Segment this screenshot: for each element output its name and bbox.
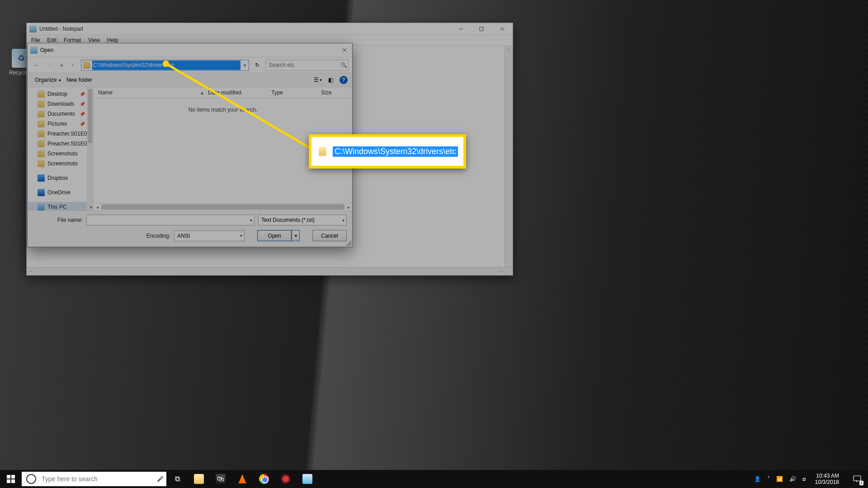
action-center-button[interactable]: 4 <box>848 470 866 488</box>
close-button[interactable] <box>492 23 513 35</box>
tree-item[interactable]: This PC <box>28 202 93 211</box>
minimize-button[interactable] <box>450 23 471 35</box>
folder-icon <box>38 140 45 147</box>
open-button[interactable]: Open <box>257 230 292 241</box>
col-size[interactable]: Size <box>316 89 352 96</box>
help-button[interactable]: ? <box>340 76 348 84</box>
volume-icon[interactable]: 🔊 <box>789 476 796 482</box>
address-callout: C:\Windows\System32\drivers\etc <box>309 134 466 169</box>
people-icon[interactable]: 👤 <box>754 476 761 482</box>
start-button[interactable] <box>0 470 22 488</box>
notepad-icon <box>30 47 38 54</box>
column-headers[interactable]: Name ▴ Date modified Type Size <box>94 87 352 99</box>
encoding-label: Encoding: <box>146 233 170 239</box>
file-explorer-icon[interactable] <box>188 470 210 488</box>
folder-icon <box>38 150 45 157</box>
notepad-taskbar-icon[interactable] <box>297 470 318 488</box>
col-type[interactable]: Type <box>267 89 316 96</box>
tree-item[interactable]: OneDrive <box>28 188 93 197</box>
col-date[interactable]: Date modified <box>203 89 267 96</box>
taskbar-search-input[interactable] <box>41 475 154 483</box>
forward-button[interactable]: → <box>45 60 56 70</box>
recent-dropdown[interactable]: ▾ <box>58 60 65 70</box>
address-dropdown[interactable]: ▾ <box>241 63 249 68</box>
horizontal-scrollbar[interactable] <box>27 267 513 275</box>
tree-item[interactable]: Documents📌 <box>28 109 93 119</box>
resize-grip[interactable] <box>346 240 351 246</box>
drop-icon <box>38 174 45 182</box>
sort-indicator-icon: ▴ <box>196 89 203 96</box>
folder-icon <box>38 90 45 98</box>
tree-item-label: This PC <box>47 204 67 210</box>
refresh-button[interactable]: ↻ <box>252 60 263 70</box>
preview-pane-button[interactable]: ◧ <box>324 74 337 86</box>
open-button-group: Open ▾ <box>257 230 300 241</box>
folder-icon <box>38 120 45 127</box>
navigation-tree[interactable]: Desktop📌Downloads📌Documents📌Pictures📌Pre… <box>28 87 94 211</box>
dropbox-tray-icon[interactable]: ⧈ <box>802 476 806 482</box>
notepad-icon <box>29 25 37 33</box>
tree-item-label: Downloads <box>47 101 74 107</box>
col-name[interactable]: Name <box>94 89 200 96</box>
hscroll-left-icon[interactable]: ◂ <box>94 205 101 210</box>
taskbar: 🎤 ⧉ 🛍 👤 ˄ 📶 🔊 ⧈ 10:43 AM 10/3/2018 4 <box>0 470 868 488</box>
tree-item[interactable]: Screenshots <box>28 159 93 169</box>
cancel-button[interactable]: Cancel <box>312 230 347 241</box>
tree-expand-icon[interactable]: ▾ <box>90 205 92 210</box>
hscroll-thumb[interactable] <box>101 204 344 210</box>
pin-icon: 📌 <box>80 92 85 97</box>
up-button[interactable]: ↑ <box>67 60 78 70</box>
hscroll-right-icon[interactable]: ▸ <box>345 205 352 210</box>
dialog-close-button[interactable] <box>337 43 352 57</box>
taskbar-search[interactable]: 🎤 <box>22 472 166 486</box>
pin-icon: 📌 <box>80 122 85 127</box>
pin-icon: 📌 <box>80 112 85 117</box>
network-icon[interactable]: 📶 <box>776 476 783 482</box>
vlc-icon[interactable] <box>231 470 253 488</box>
system-tray: 👤 ˄ 📶 🔊 ⧈ 10:43 AM 10/3/2018 4 <box>754 470 868 488</box>
organize-menu[interactable]: Organize▾ <box>32 75 64 84</box>
mic-icon[interactable]: 🎤 <box>154 476 166 482</box>
folder-icon <box>319 147 326 156</box>
callout-address: C:\Windows\System32\drivers\etc <box>333 146 458 157</box>
notepad-titlebar[interactable]: Untitled - Notepad <box>27 23 513 35</box>
tree-item[interactable]: Desktop📌 <box>28 89 93 99</box>
svg-rect-1 <box>480 27 483 31</box>
store-icon[interactable]: 🛍 <box>210 470 231 488</box>
svg-rect-7 <box>854 476 861 481</box>
folder-icon <box>83 61 90 69</box>
encoding-select[interactable]: ANSI <box>174 230 245 241</box>
file-type-filter[interactable]: Text Documents (*.txt) <box>258 215 347 225</box>
clock[interactable]: 10:43 AM 10/3/2018 <box>812 473 842 485</box>
new-folder-button[interactable]: New folder <box>64 75 95 84</box>
tree-item[interactable]: Pictures📌 <box>28 119 93 129</box>
task-view-button[interactable]: ⧉ <box>166 470 188 488</box>
tree-item[interactable]: Preacher.S01E03 <box>28 139 93 149</box>
tree-item[interactable]: Downloads📌 <box>28 99 93 109</box>
nav-bar: ← → ▾ ↑ ▾ ↻ 🔍 <box>28 57 352 73</box>
chrome-icon[interactable] <box>253 470 275 488</box>
tree-item[interactable]: Dropbox <box>28 173 93 183</box>
tree-item[interactable]: Preacher.S01E02 <box>28 129 93 139</box>
open-dialog-titlebar[interactable]: Open <box>28 43 352 57</box>
listing-hscroll[interactable]: ◂ ▸ <box>94 203 352 211</box>
open-split-dropdown[interactable]: ▾ <box>292 230 300 241</box>
search-box[interactable]: 🔍 <box>265 60 349 71</box>
folder-icon <box>38 160 45 167</box>
callout-dot <box>163 61 169 67</box>
tray-overflow-icon[interactable]: ˄ <box>767 476 770 482</box>
folder-icon <box>38 110 45 117</box>
vertical-scrollbar[interactable] <box>505 46 513 267</box>
search-icon: 🔍 <box>339 62 348 68</box>
back-button[interactable]: ← <box>31 60 42 70</box>
pin-icon: 📌 <box>80 102 85 107</box>
file-name-input[interactable] <box>86 215 255 225</box>
search-input[interactable] <box>266 61 339 70</box>
app-icon[interactable] <box>275 470 297 488</box>
view-options-button[interactable]: ☰▾ <box>311 74 324 86</box>
tree-scrollbar[interactable] <box>87 87 93 211</box>
tree-item[interactable]: Screenshots <box>28 149 93 159</box>
maximize-button[interactable] <box>471 23 492 35</box>
windows-icon <box>7 475 15 483</box>
open-dialog-title: Open <box>40 47 337 53</box>
